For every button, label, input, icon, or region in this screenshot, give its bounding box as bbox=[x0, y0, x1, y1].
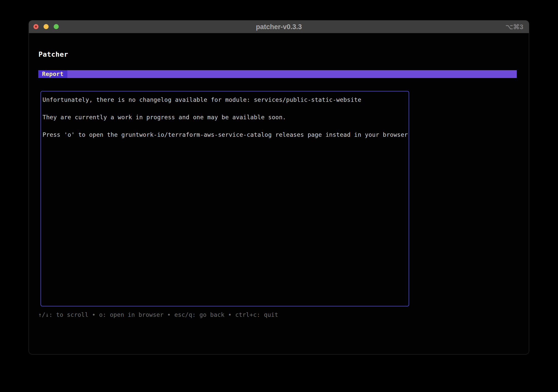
help-item: o: open in browser bbox=[99, 311, 164, 318]
report-lines: Unfortunately, there is no changelog ava… bbox=[43, 95, 406, 139]
help-item: ctrl+c: quit bbox=[235, 311, 278, 318]
app-heading: Patcher bbox=[38, 50, 68, 58]
desktop-background: { "window": { "title": "patcher-v0.3.3",… bbox=[0, 0, 558, 392]
window-shortcut-hint: ⌥⌘3 bbox=[506, 21, 523, 33]
help-bar: ↑/↓: to scroll • o: open in browser • es… bbox=[38, 311, 278, 319]
help-separator: • bbox=[225, 311, 235, 318]
help-separator: • bbox=[88, 311, 99, 318]
report-line: They are currently a work in progress an… bbox=[43, 113, 406, 122]
window-title: patcher-v0.3.3 bbox=[29, 21, 529, 33]
report-viewport[interactable]: Unfortunately, there is no changelog ava… bbox=[41, 91, 409, 306]
terminal-window: patcher-v0.3.3 ⌥⌘3 Patcher Report Unfort… bbox=[29, 20, 529, 355]
tab-bar: Report bbox=[38, 70, 517, 78]
report-line: Unfortunately, there is no changelog ava… bbox=[43, 95, 406, 104]
report-line: Press 'o' to open the gruntwork-io/terra… bbox=[43, 130, 406, 139]
window-titlebar[interactable]: patcher-v0.3.3 ⌥⌘3 bbox=[29, 21, 529, 33]
help-separator: • bbox=[164, 311, 174, 318]
tab-report[interactable]: Report bbox=[38, 70, 67, 78]
help-item: ↑/↓: to scroll bbox=[38, 311, 88, 318]
help-item: esc/q: go back bbox=[174, 311, 225, 318]
